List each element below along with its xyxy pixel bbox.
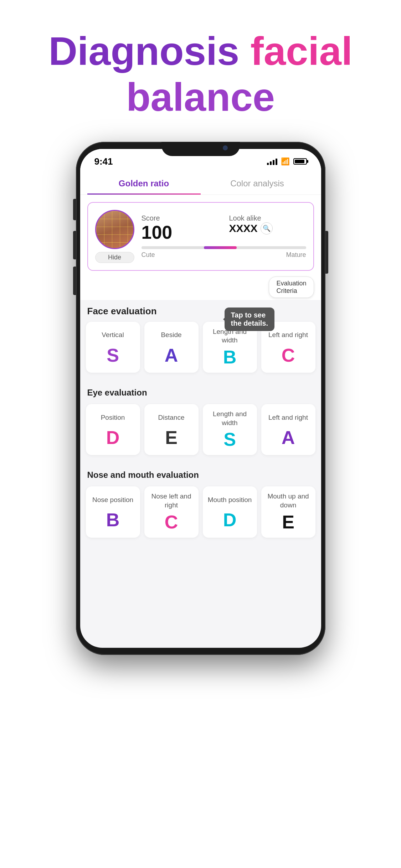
avatar [95, 210, 134, 249]
grade-card-vertical[interactable]: Vertical S [86, 322, 140, 373]
eye-evaluation-grid: Position D Distance E Length and width S… [80, 401, 321, 462]
grade-letter-eye-length-width: S [208, 430, 252, 449]
look-alike-row: XXXX 🔍 [229, 222, 306, 234]
side-button-vol-up [73, 231, 76, 259]
grade-label-eye-distance: Distance [149, 410, 194, 425]
battery-icon [293, 158, 307, 165]
grade-label-vertical: Vertical [91, 327, 135, 343]
phone-wrapper: 9:41 📶 Gold [0, 135, 401, 669]
grade-card-eye-position[interactable]: Position D [86, 404, 140, 455]
score-info: Score 100 Look alike XXXX 🔍 [142, 214, 306, 259]
avatar-face [96, 211, 133, 248]
phone-frame: 9:41 📶 Gold [76, 142, 325, 655]
page-header: Diagnosis facial balance [0, 0, 401, 135]
signal-icon [267, 158, 277, 165]
tab-color-analysis[interactable]: Color analysis [201, 174, 314, 195]
search-button[interactable]: 🔍 [261, 222, 273, 234]
wifi-icon: 📶 [281, 157, 290, 166]
grade-letter-length-width: B [208, 348, 252, 366]
cute-mature-bar: Cute Mature [142, 246, 306, 259]
grade-label-beside: Beside [149, 327, 194, 343]
grade-label-nose-left-right: Nose left and right [149, 492, 194, 510]
eval-criteria-row: EvaluationCriteria [80, 274, 321, 300]
grade-letter-nose-position: B [91, 511, 135, 529]
grade-label-eye-position: Position [91, 410, 135, 425]
status-time: 9:41 [94, 156, 113, 167]
face-evaluation-header: Face evaluation Tap to seethe details. [80, 300, 321, 318]
grade-card-eye-distance[interactable]: Distance E [144, 404, 199, 455]
grade-letter-mouth-up-down: E [266, 513, 310, 531]
score-value: 100 [142, 222, 219, 243]
grade-letter-vertical: S [91, 346, 135, 365]
bar-labels: Cute Mature [142, 251, 306, 259]
look-alike-column: Look alike XXXX 🔍 [229, 214, 306, 243]
hide-button[interactable]: Hide [95, 252, 134, 263]
score-card: Hide Score 100 Look alike XXXX [87, 202, 314, 271]
grade-letter-beside: A [149, 346, 194, 365]
side-button-power [325, 231, 328, 274]
grade-card-nose-position[interactable]: Nose position B [86, 486, 140, 537]
side-button-mute [73, 199, 76, 220]
phone-notch [161, 142, 240, 156]
grade-label-eye-length-width: Length and width [208, 410, 252, 427]
grade-card-nose-left-right[interactable]: Nose left and right C [144, 486, 199, 537]
eval-criteria-button[interactable]: EvaluationCriteria [269, 277, 314, 298]
eye-evaluation-title: Eye evaluation [80, 384, 321, 401]
status-icons: 📶 [267, 157, 307, 166]
grade-card-mouth-up-down[interactable]: Mouth up and down E [261, 486, 315, 537]
grade-label-mouth-up-down: Mouth up and down [266, 492, 310, 510]
face-evaluation-title: Face evaluation [87, 306, 157, 317]
score-row: Score 100 Look alike XXXX 🔍 [142, 214, 306, 243]
face-evaluation-grid: Vertical S Beside A Length and width B L… [80, 318, 321, 380]
grade-letter-eye-position: D [91, 428, 135, 447]
grade-label-nose-position: Nose position [91, 492, 135, 508]
grade-card-eye-left-right[interactable]: Left and right A [261, 404, 315, 455]
look-alike-value: XXXX [229, 222, 258, 234]
side-button-vol-down [73, 267, 76, 295]
tab-golden-ratio[interactable]: Golden ratio [87, 174, 201, 195]
phone-screen: 9:41 📶 Gold [80, 149, 321, 648]
bar-track [142, 246, 306, 249]
score-label: Score [142, 214, 219, 222]
nose-mouth-evaluation-grid: Nose position B Nose left and right C Mo… [80, 483, 321, 544]
section-divider-1 [80, 380, 321, 384]
grade-letter-eye-distance: E [149, 428, 194, 447]
grade-label-eye-left-right: Left and right [266, 410, 310, 425]
camera-icon [223, 145, 228, 150]
score-column: Score 100 [142, 214, 219, 243]
bar-label-cute: Cute [142, 251, 155, 259]
grade-label-mouth-position: Mouth position [208, 492, 252, 508]
section-divider-3 [80, 545, 321, 549]
grade-card-eye-length-width[interactable]: Length and width S [203, 404, 257, 455]
bar-label-mature: Mature [286, 251, 306, 259]
bar-fill [204, 246, 237, 249]
nose-mouth-evaluation-title: Nose and mouth evaluation [80, 466, 321, 483]
tooltip-bubble: Tap to seethe details. [225, 308, 274, 331]
header-diagnosis: Diagnosis [48, 29, 250, 73]
look-alike-label: Look alike [229, 214, 306, 222]
grade-letter-mouth-position: D [208, 511, 252, 529]
section-divider-2 [80, 462, 321, 466]
header-balance: balance [126, 75, 275, 119]
app-content: Golden ratio Color analysis Hide [80, 171, 321, 563]
tab-bar: Golden ratio Color analysis [80, 171, 321, 195]
grade-card-mouth-position[interactable]: Mouth position D [203, 486, 257, 537]
grade-card-beside[interactable]: Beside A [144, 322, 199, 373]
avatar-grid-overlay [96, 211, 133, 248]
grade-letter-eye-left-right: A [266, 428, 310, 447]
grade-letter-left-right: C [266, 346, 310, 365]
grade-letter-nose-left-right: C [149, 513, 194, 531]
header-facial: facial [250, 29, 352, 73]
